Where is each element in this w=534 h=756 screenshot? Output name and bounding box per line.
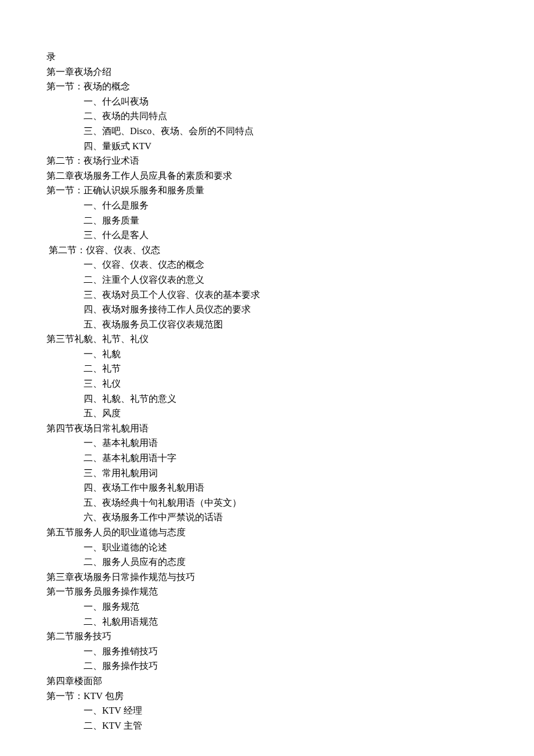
- toc-line: 一、什么是服务: [46, 198, 488, 213]
- toc-line: 第一节：正确认识娱乐服务和服务质量: [46, 183, 488, 198]
- toc-line: 录: [46, 49, 488, 64]
- toc-line: 一、基本礼貌用语: [46, 435, 488, 451]
- toc-line: 二、服务质量: [46, 213, 488, 228]
- toc-line: 第一章夜场介绍: [46, 64, 488, 80]
- toc-line: 二、夜场的共同特点: [46, 109, 488, 124]
- toc-line: 一、职业道德的论述: [46, 540, 488, 555]
- toc-line: 一、服务规范: [46, 599, 488, 614]
- toc-line: 二、礼貌用语规范: [46, 614, 488, 629]
- toc-line: 一、仪容、仪表、仪态的概念: [46, 257, 488, 272]
- toc-line: 一、什么叫夜场: [46, 94, 488, 109]
- toc-line: 第四章楼面部: [46, 674, 488, 689]
- toc-line: 第二节：夜场行业术语: [46, 153, 488, 168]
- toc-line: 三、常用礼貌用词: [46, 466, 488, 481]
- toc-line: 二、服务人员应有的态度: [46, 555, 488, 570]
- toc-line: 五、风度: [46, 406, 488, 421]
- toc-line: 三、什么是客人: [46, 228, 488, 243]
- toc-line: 第三章夜场服务日常操作规范与技巧: [46, 570, 488, 585]
- toc-line: 第二节：仪容、仪表、仪态: [46, 243, 488, 258]
- document-content: 录第一章夜场介绍第一节：夜场的概念一、什么叫夜场二、夜场的共同特点三、酒吧、Di…: [46, 49, 488, 733]
- toc-line: 第一节服务员服务操作规范: [46, 584, 488, 599]
- toc-line: 三、酒吧、Disco、夜场、会所的不同特点: [46, 124, 488, 139]
- toc-line: 一、KTV 经理: [46, 703, 488, 718]
- toc-line: 六、夜场服务工作中严禁说的话语: [46, 510, 488, 525]
- toc-line: 一、礼貌: [46, 347, 488, 362]
- toc-line: 第五节服务人员的职业道德与态度: [46, 525, 488, 540]
- toc-line: 第二节服务技巧: [46, 629, 488, 644]
- toc-line: 四、礼貌、礼节的意义: [46, 391, 488, 406]
- toc-line: 二、基本礼貌用语十字: [46, 451, 488, 466]
- toc-line: 四、夜场工作中服务礼貌用语: [46, 480, 488, 495]
- toc-line: 五、夜场经典十句礼貌用语（中英文）: [46, 495, 488, 510]
- toc-line: 第四节夜场日常礼貌用语: [46, 421, 488, 436]
- toc-line: 三、夜场对员工个人仪容、仪表的基本要求: [46, 287, 488, 303]
- toc-line: 第三节礼貌、礼节、礼仪: [46, 332, 488, 347]
- toc-line: 四、量贩式 KTV: [46, 139, 488, 154]
- toc-line: 二、KTV 主管: [46, 718, 488, 733]
- toc-line: 四、夜场对服务接待工作人员仪态的要求: [46, 302, 488, 317]
- toc-line: 五、夜场服务员工仪容仪表规范图: [46, 317, 488, 332]
- toc-line: 三、礼仪: [46, 376, 488, 391]
- toc-line: 二、服务操作技巧: [46, 658, 488, 674]
- toc-line: 二、礼节: [46, 361, 488, 376]
- toc-line: 一、服务推销技巧: [46, 644, 488, 659]
- toc-line: 二、注重个人仪容仪表的意义: [46, 272, 488, 287]
- toc-line: 第一节：夜场的概念: [46, 79, 488, 94]
- toc-line: 第二章夜场服务工作人员应具备的素质和要求: [46, 168, 488, 183]
- toc-line: 第一节：KTV 包房: [46, 689, 488, 704]
